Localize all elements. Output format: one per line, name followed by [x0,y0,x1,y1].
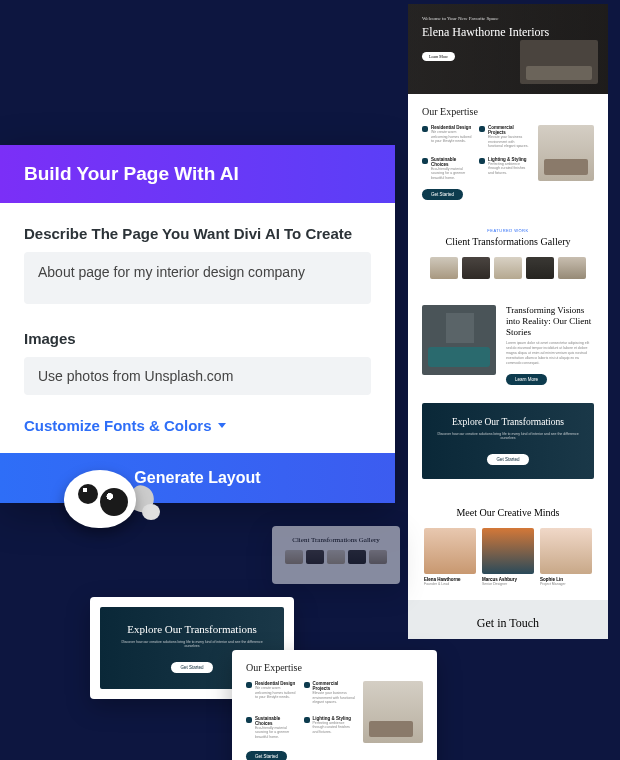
gallery-thumb[interactable] [462,257,490,279]
expertise-button[interactable]: Get Started [422,189,463,200]
team-member: Elena HawthorneFounder & Lead [424,528,476,586]
story-image [422,305,496,375]
preview-expertise: Our Expertise Residential DesignWe creat… [408,94,608,214]
story-title: Transforming Visions into Reality: Our C… [506,305,594,337]
gallery-thumb[interactable] [494,257,522,279]
gallery-thumb [327,550,345,564]
ai-panel: Build Your Page With AI Describe The Pag… [0,145,395,503]
feature-icon [422,126,428,132]
expertise-item: Residential DesignWe create warm welcomi… [422,125,473,150]
team-title: Meet Our Creative Minds [422,507,594,518]
customize-fonts-colors-toggle[interactable]: Customize Fonts & Colors [24,417,226,434]
expertise-image [538,125,594,181]
gallery-thumb [369,550,387,564]
preview-explore-cta: Explore Our Transformations Discover how… [422,403,594,479]
describe-input[interactable]: About page for my interior design compan… [24,252,371,304]
gallery-thumb[interactable] [526,257,554,279]
expertise-item: Commercial ProjectsElevate your business… [479,125,530,150]
hero-title: Elena Hawthorne Interiors [422,25,594,40]
hero-image [520,40,598,84]
feature-icon [246,717,252,723]
gallery-thumb [306,550,324,564]
page-preview: Welcome to Your New Favorite Space Elena… [408,4,608,639]
avatar [540,528,592,574]
hero-button[interactable]: Learn More [422,52,455,61]
explore-subtitle: Discover how our creative solutions brin… [434,432,582,440]
expertise-item: Lighting & StylingPerfecting ambience th… [479,157,530,182]
feature-icon [479,126,485,132]
story-body: Lorem ipsum dolor sit amet consectetur a… [506,341,594,365]
floating-card-expertise[interactable]: Our Expertise Residential DesignWe creat… [232,650,437,760]
avatar [482,528,534,574]
gallery-subtitle: FEATURED WORK [422,228,594,233]
gallery-thumb[interactable] [430,257,458,279]
avatar [424,528,476,574]
images-label: Images [24,330,371,347]
feature-icon [422,158,428,164]
hero-subtitle: Welcome to Your New Favorite Space [422,16,594,21]
gallery-thumb [285,550,303,564]
ai-robot-mascot [60,462,160,542]
contact-title: Get in Touch [422,616,594,631]
expertise-item: Sustainable ChoicesEco-friendly material… [422,157,473,182]
describe-label: Describe The Page You Want Divi AI To Cr… [24,225,371,242]
expertise-title: Our Expertise [422,106,594,117]
preview-contact: Get in Touch [408,600,608,639]
preview-hero: Welcome to Your New Favorite Space Elena… [408,4,608,94]
expertise-image [363,681,423,743]
explore-title: Explore Our Transformations [434,417,582,427]
story-button[interactable]: Learn More [506,374,547,385]
team-member: Sophie LinProject Manager [540,528,592,586]
feature-icon [304,717,310,723]
chevron-down-icon [218,423,226,428]
floating-card-gallery[interactable]: Client Transformations Gallery [272,526,400,584]
team-member: Marcus AshburySenior Designer [482,528,534,586]
gallery-thumb[interactable] [558,257,586,279]
feature-icon [304,682,310,688]
preview-team: Meet Our Creative Minds Elena HawthorneF… [408,497,608,600]
images-input[interactable]: Use photos from Unsplash.com [24,357,371,395]
feature-icon [246,682,252,688]
explore-button[interactable]: Get Started [487,454,528,465]
feature-icon [479,158,485,164]
panel-title: Build Your Page With AI [0,145,395,203]
gallery-title: Client Transformations Gallery [422,236,594,247]
customize-label: Customize Fonts & Colors [24,417,212,434]
gallery-thumb [348,550,366,564]
preview-client-story: Transforming Visions into Reality: Our C… [408,295,608,403]
preview-gallery: FEATURED WORK Client Transformations Gal… [408,214,608,295]
